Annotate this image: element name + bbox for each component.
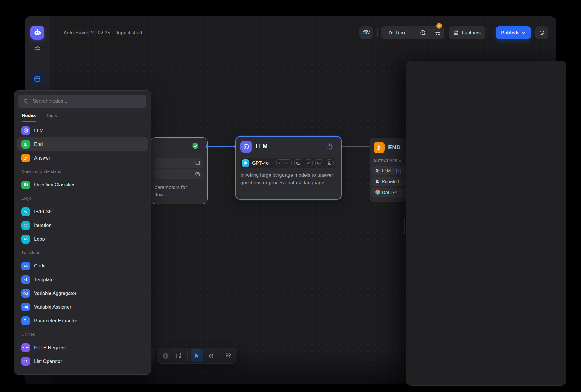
node-item-variable-assigner[interactable]: {=} Variable Assigner xyxy=(17,300,148,314)
search-input-wrap[interactable] xyxy=(18,94,146,108)
hand-tool-button[interactable] xyxy=(206,350,217,362)
chat-mode-chip: CHAT xyxy=(276,159,292,167)
end-icon xyxy=(21,140,30,149)
node-item-if-else[interactable]: IF/ELSE xyxy=(17,205,148,218)
toolbar-divider xyxy=(220,351,220,360)
canvas-toolbar xyxy=(157,348,237,364)
group-label: Transform xyxy=(14,246,150,259)
publish-label: Publish xyxy=(501,30,519,36)
loop-icon: ∞ xyxy=(21,235,30,244)
add-node-button[interactable] xyxy=(160,350,171,362)
version-history-button[interactable] xyxy=(536,26,548,39)
node-list: LLM End Answer Question Understand Quest… xyxy=(14,122,150,368)
node-item-template[interactable]: Template xyxy=(17,273,148,286)
model-name: GPT-4o xyxy=(252,160,274,166)
node-item-end[interactable]: End xyxy=(17,137,148,151)
variable-name: Knowled xyxy=(382,179,399,184)
sliders-icon xyxy=(34,45,41,52)
window-icon xyxy=(34,75,41,83)
run-label: Run xyxy=(396,30,405,36)
tab-tools[interactable]: Tools xyxy=(46,113,57,122)
node-item-answer[interactable]: Answer xyxy=(17,151,148,165)
variable-suffix: {x} xyxy=(396,169,401,173)
audio-icon xyxy=(305,159,313,167)
node-item-code[interactable]: </> Code xyxy=(17,259,148,273)
document-lines-icon xyxy=(195,160,200,166)
code-icon: </> xyxy=(21,262,30,270)
running-spinner-icon xyxy=(326,143,334,151)
llm-icon xyxy=(21,126,30,135)
run-button[interactable]: Run xyxy=(381,30,411,36)
features-label: Features xyxy=(462,30,481,36)
canvas-scrollbar[interactable] xyxy=(404,218,405,235)
pointer-tool-button[interactable] xyxy=(191,349,204,362)
header-divider xyxy=(377,28,378,37)
robot-icon xyxy=(32,28,42,38)
question-classifier-icon xyxy=(21,181,30,189)
node-item-question-classifier[interactable]: Question Classifier xyxy=(17,178,148,192)
node-item-loop[interactable]: ∞ Loop xyxy=(17,232,148,246)
group-divider xyxy=(414,29,414,36)
node-item-parameter-extractor[interactable]: Parameter Extractor xyxy=(17,314,148,328)
document-icon xyxy=(326,159,334,167)
env-icon xyxy=(364,30,368,31)
start-field-row[interactable] xyxy=(155,158,203,168)
parameter-extractor-icon xyxy=(21,316,30,325)
search-input[interactable] xyxy=(32,98,142,104)
toolbar-divider xyxy=(187,351,188,360)
publish-button[interactable]: Publish xyxy=(496,26,531,39)
llm-mini-icon xyxy=(375,168,380,173)
dalle-icon xyxy=(375,190,380,195)
run-history-button[interactable] xyxy=(417,26,429,39)
features-icon xyxy=(453,30,459,36)
node-panel-tabs: Nodes Tools xyxy=(14,108,150,122)
node-item-http-request[interactable]: HTTP HTTP Request xyxy=(17,341,148,354)
node-item-variable-aggregator[interactable]: {x} Variable Aggregator xyxy=(17,286,148,300)
success-check-icon xyxy=(192,143,199,149)
checklist-icon xyxy=(435,29,441,36)
workflow-settings-button[interactable] xyxy=(33,44,42,53)
panel-toggle-button[interactable] xyxy=(31,72,44,86)
variable-name: LLM xyxy=(382,168,391,173)
group-label: Question Understand xyxy=(14,165,150,178)
llm-node-icon xyxy=(240,141,252,153)
end-node-icon xyxy=(374,142,385,153)
node-item-llm[interactable]: LLM xyxy=(17,124,148,137)
env-variables-button[interactable]: ENV xyxy=(359,26,373,39)
env-label: ENV xyxy=(362,31,370,34)
tab-nodes[interactable]: Nodes xyxy=(22,113,36,122)
test-run-panel xyxy=(406,61,566,386)
llm-node-description: Invoking large language models to answer… xyxy=(240,172,335,187)
run-controls-group: Run xyxy=(381,26,444,39)
model-selector[interactable]: GPT-4o CHAT xyxy=(240,158,335,168)
play-icon xyxy=(388,30,393,36)
variable-assigner-icon: {=} xyxy=(21,303,30,312)
template-icon xyxy=(21,275,30,284)
edge-source-handle[interactable] xyxy=(206,145,208,148)
add-note-button[interactable] xyxy=(174,350,185,362)
node-item-iteration[interactable]: Iteration xyxy=(17,218,148,232)
group-label: Utilities xyxy=(14,328,150,341)
features-button[interactable]: Features xyxy=(449,26,485,39)
openai-icon xyxy=(242,159,249,167)
copy-icon xyxy=(195,172,200,177)
group-label: Logic xyxy=(14,192,150,205)
variable-aggregator-icon: {x} xyxy=(21,289,30,298)
organize-nodes-button[interactable] xyxy=(223,350,234,362)
variable-name: DALL-E xyxy=(382,190,398,195)
list-operator-icon xyxy=(21,357,30,366)
edge-llm-to-end xyxy=(340,146,370,147)
search-icon xyxy=(23,98,29,104)
node-item-list-operator[interactable]: List Operator xyxy=(17,354,148,368)
iteration-icon xyxy=(21,221,30,230)
image-icon xyxy=(294,159,302,167)
start-field-row[interactable] xyxy=(155,169,203,179)
history-icon xyxy=(539,29,545,36)
edge-start-to-llm xyxy=(207,146,235,147)
answer-icon xyxy=(21,154,30,162)
knowledge-icon xyxy=(375,179,380,184)
clock-play-icon xyxy=(420,29,426,36)
if-else-icon xyxy=(21,207,30,216)
llm-node-title: LLM xyxy=(256,143,267,150)
app-logo[interactable] xyxy=(30,26,44,40)
